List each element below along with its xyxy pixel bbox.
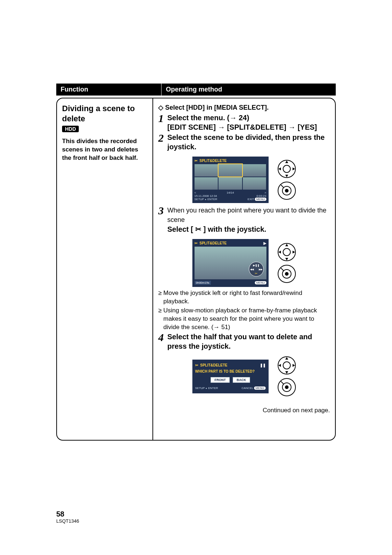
step-body: Select the scene to be divided, then pre…	[167, 133, 330, 151]
continued-note: Continued on next page.	[158, 407, 330, 414]
thumbnail-selected	[219, 164, 242, 177]
prev-arrow: <	[195, 191, 196, 194]
next-arrow: >	[265, 191, 266, 194]
svg-point-31	[285, 385, 289, 389]
screen-row-3: ✂ SPLIT&DELETE ❚❚ WHICH PART IS TO BE DE…	[158, 356, 330, 397]
step-3: 3 When you reach the point where you wan…	[158, 205, 330, 234]
svg-marker-5	[293, 167, 295, 170]
header-operating: Operating method	[162, 84, 336, 96]
step-body: Select the menu. (→ 24) [EDIT SCENE] → […	[167, 113, 330, 132]
step1-line2: [EDIT SCENE] → [SPLIT&DELETE] → [YES]	[167, 123, 317, 131]
joystick-icons	[277, 243, 296, 283]
header-function: Function	[56, 84, 162, 96]
on-screen-controls-icon: ▶/❚❚◀◀▶▶✂	[248, 261, 264, 277]
table-header: Function Operating method	[56, 84, 336, 96]
joystick-icons	[277, 356, 296, 397]
scissors-icon: ✂	[195, 241, 197, 245]
joystick-press-icon	[277, 378, 296, 397]
svg-point-15	[283, 248, 290, 256]
screen-title: SPLIT&DELETE	[200, 241, 227, 245]
playback-image: ▶/❚❚◀◀▶▶✂	[195, 247, 266, 279]
step-body: When you reach the point where you want …	[167, 205, 330, 234]
screen-title: SPLIT&DELETE	[200, 363, 228, 367]
thumbnail	[243, 177, 266, 190]
step-number: 2	[158, 133, 164, 143]
play-icon: ▶	[264, 241, 266, 245]
step-4: 4 Select the half that you want to delet…	[158, 332, 330, 351]
step-1: 1 Select the menu. (→ 24) [EDIT SCENE] →…	[158, 113, 330, 132]
svg-marker-19	[293, 251, 295, 254]
function-title: Dividing a scene to delete	[62, 104, 147, 123]
page-footer: 58 LSQT1346	[56, 510, 79, 524]
page-number: 58	[56, 510, 79, 518]
menu-pill: MENU	[255, 281, 266, 284]
step-number: 1	[158, 113, 164, 124]
svg-marker-17	[285, 258, 288, 260]
joystick-icons	[277, 159, 296, 200]
svg-marker-25	[285, 357, 288, 360]
manual-page: Function Operating method Dividing a sce…	[0, 0, 392, 441]
thumbnail	[195, 177, 218, 190]
split-delete-grid-screen: ✂ SPLIT&DELETE < 14/14 >	[192, 157, 269, 203]
duration-label: 0:03:23	[257, 194, 266, 198]
bullet-item: ≥ Using slow-motion playback or frame-by…	[158, 307, 330, 332]
menu-pill: MENU	[255, 198, 266, 201]
svg-marker-16	[285, 244, 288, 246]
bullet-notes: ≥ Move the joystick left or right to fas…	[158, 289, 330, 332]
svg-marker-18	[278, 251, 281, 254]
doc-code: LSQT1346	[56, 518, 79, 524]
choice-question: WHICH PART IS TO BE DELETED?	[195, 369, 266, 373]
joystick-dpad-icon	[277, 159, 296, 178]
svg-text:◀◀: ◀◀	[250, 268, 254, 271]
scissors-icon: ✂	[195, 363, 198, 367]
screen-row-1: ✂ SPLIT&DELETE < 14/14 >	[158, 157, 330, 203]
thumbnail	[195, 164, 218, 177]
step1-line1: Select the menu. (→ 24)	[167, 114, 249, 122]
function-description: This divides the recorded scenes in two …	[62, 137, 147, 162]
bullet-item: ≥ Move the joystick left or right to fas…	[158, 289, 330, 306]
joystick-dpad-icon	[277, 356, 296, 375]
step3-bold: Select [ ✂ ] with the joystick.	[167, 225, 266, 233]
step-number: 3	[158, 205, 164, 216]
svg-text:✂: ✂	[255, 272, 258, 275]
svg-text:▶▶: ▶▶	[259, 268, 263, 271]
date-label: 15.11.2008 12:34	[195, 194, 217, 198]
step-number: 4	[158, 332, 164, 343]
thumbnail	[219, 177, 242, 190]
pause-icon: ❚❚	[260, 363, 266, 367]
back-button[interactable]: BACK	[233, 377, 250, 383]
svg-point-22	[285, 272, 289, 276]
svg-marker-4	[278, 167, 281, 170]
operating-column: ◇ Select [HDD] in [MEDIA SELECT]. 1 Sele…	[153, 98, 335, 440]
pager: 14/14	[226, 191, 234, 194]
thumbnail	[243, 164, 266, 177]
function-column: Dividing a scene to delete HDD This divi…	[57, 98, 153, 440]
scissors-icon: ✂	[195, 159, 197, 163]
playback-screen: ✂ SPLIT&DELETE ▶ ▶/❚❚◀◀▶▶✂ 0h00m15s MENU	[192, 239, 269, 287]
joystick-press-icon	[277, 181, 296, 200]
joystick-dpad-icon	[277, 243, 296, 262]
choice-screen: ✂ SPLIT&DELETE ❚❚ WHICH PART IS TO BE DE…	[192, 360, 269, 393]
svg-marker-2	[285, 161, 288, 163]
svg-marker-27	[278, 364, 281, 367]
step3-lead: When you reach the point where you want …	[167, 207, 326, 223]
setup-label: SETUP ⬥ ENTER	[195, 198, 217, 201]
scissors-icon: ✂	[195, 225, 201, 233]
joystick-press-icon	[277, 264, 296, 283]
step-body: Select the half that you want to delete …	[167, 332, 330, 351]
svg-marker-28	[293, 364, 295, 367]
screen-title: SPLIT&DELETE	[200, 159, 227, 163]
step-2: 2 Select the scene to be divided, then p…	[158, 133, 330, 151]
choice-buttons: FRONT BACK	[195, 377, 266, 383]
content-box: Dividing a scene to delete HDD This divi…	[56, 98, 336, 441]
setup-label: SETUP ⬥ ENTER	[195, 386, 218, 390]
screen-row-2: ✂ SPLIT&DELETE ▶ ▶/❚❚◀◀▶▶✂ 0h00m15s MENU	[158, 239, 330, 287]
svg-point-8	[285, 189, 289, 193]
menu-pill: MENU	[254, 386, 266, 390]
svg-point-24	[283, 362, 290, 369]
time-label: 0h00m15s	[195, 281, 211, 285]
front-button[interactable]: FRONT	[211, 377, 230, 383]
svg-marker-3	[285, 175, 288, 177]
svg-text:▶/❚❚: ▶/❚❚	[253, 264, 260, 267]
media-select-note: ◇ Select [HDD] in [MEDIA SELECT].	[158, 104, 330, 112]
